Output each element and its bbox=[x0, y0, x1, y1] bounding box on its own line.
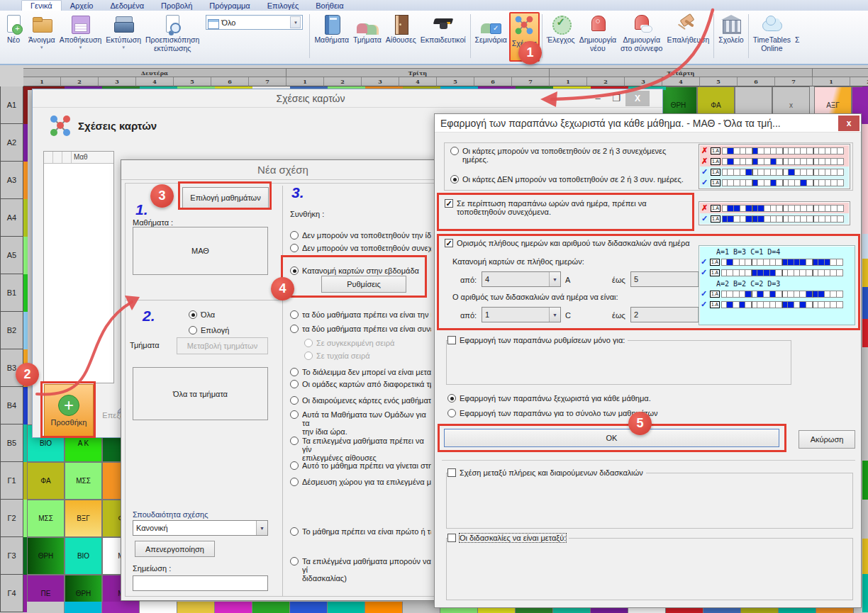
menu-tab-Επιλογές[interactable]: Επιλογές bbox=[259, 1, 308, 11]
cut-item-icon bbox=[795, 13, 799, 35]
toolbar-button-teachers[interactable]: Εκπαιδευτικοί bbox=[418, 12, 468, 62]
condition-radio[interactable]: Οι ομάδες καρτών από διαφορετικά τμ bbox=[290, 380, 435, 388]
condition-radio[interactable]: τα δύο μαθήματα πρέπει να είναι συνεχ bbox=[290, 325, 435, 333]
timetable-cell[interactable]: ΒΞΓ bbox=[65, 500, 102, 537]
cancel-button[interactable]: Ακύρωση bbox=[799, 430, 855, 449]
toolbar-button-generate-new[interactable]: Δημιουργία νέου bbox=[577, 12, 618, 62]
menu-tab-Αρχείο[interactable]: Αρχείο bbox=[62, 1, 102, 11]
disable-button[interactable]: Απενεργοποίηση bbox=[135, 541, 215, 557]
toolbar-button-print[interactable]: Εκτύπωση▼ bbox=[104, 12, 143, 62]
close-button[interactable]: X bbox=[625, 91, 650, 106]
distribution-header-2: A=2 B=2 C=2 D=3 bbox=[699, 278, 855, 288]
condition-radio[interactable]: Τα επιλεγμένα μαθήματα πρέπει να γίνεπιλ… bbox=[290, 437, 435, 462]
define-days-checkbox[interactable]: Ορισμός πλήθους ημερών και αριθμού των δ… bbox=[445, 239, 690, 247]
toolbar-button-classrooms[interactable]: Αίθουσες bbox=[384, 12, 418, 62]
minimize-button[interactable]: – bbox=[589, 93, 607, 103]
apply-only-checkbox[interactable]: Εφαρμογή των παραπάνω ρυθμίσεων μόνο για… bbox=[447, 336, 628, 344]
add-relation-button[interactable]: + Προσθήκη bbox=[44, 384, 94, 437]
condition-radio[interactable]: Αυτά τα Μαθήματα των Ομάδων για τατην ίδ… bbox=[290, 410, 435, 436]
classes-label: Τμήματα bbox=[130, 341, 160, 349]
timetable-cell[interactable]: ΘΡΗ bbox=[27, 537, 65, 575]
tutorial-step-badge-1: 1 bbox=[518, 41, 542, 64]
tag-a-label: A bbox=[565, 276, 570, 284]
toolbar-button-seminars[interactable]: Σεμινάρια bbox=[473, 12, 509, 62]
toolbar-button-cut-item[interactable]: Σ bbox=[793, 12, 802, 62]
condition-radio[interactable]: Σε τυχαία σειρά bbox=[304, 352, 449, 360]
toolbar-button-subjects[interactable]: Μαθήματα bbox=[312, 12, 351, 62]
toolbar-separator bbox=[748, 14, 749, 58]
full-split-checkbox[interactable]: Σχέση μεταξύ πλήρεις και διαιρούμενων δι… bbox=[447, 468, 646, 477]
select-lessons-button[interactable]: Επιλογή μαθημάτων bbox=[182, 187, 269, 208]
cards-can-radio[interactable]: Οι κάρτες μπορούν να τοποθετηθούν σε 2 ή… bbox=[450, 147, 675, 164]
toolbar-button-school[interactable]: Σχολείο bbox=[716, 12, 745, 62]
classes-select-radio[interactable]: Επιλογή bbox=[189, 326, 229, 334]
chevron-down-icon: ▼ bbox=[549, 272, 560, 286]
menu-tab-Δεδομένα[interactable]: Δεδομένα bbox=[101, 1, 152, 11]
dialog2-titlebar[interactable]: Εφαρμογή των παραπάνω ξεχωριστά για κάθε… bbox=[435, 114, 861, 133]
chevron-down-icon[interactable]: ▼ bbox=[40, 45, 44, 50]
menu-tab-Πρόγραμμα[interactable]: Πρόγραμμα bbox=[201, 1, 258, 11]
condition-radio[interactable]: Αυτό το μάθημα πρέπει να γίνεται στην bbox=[290, 461, 435, 470]
classes-value-box[interactable]: Όλα τα τμήματα bbox=[133, 367, 268, 420]
chevron-down-icon[interactable]: ▼ bbox=[78, 45, 82, 50]
condition-radio[interactable]: Δεν μπορούν να τοποθετηθούν συνεχό bbox=[290, 244, 435, 252]
cards-cannot-radio[interactable]: Οι κάρτες ΔΕΝ μπορούν να τοποθετηθούν σε… bbox=[450, 175, 684, 184]
apply-each-radio[interactable]: Εφαρμογή των παραπάνω ξεχωριστά για κάθε… bbox=[447, 394, 651, 403]
toolbar-label: Άνοιγμα bbox=[28, 36, 55, 45]
condition-radio[interactable]: τα δύο μαθήματα πρέπει να είναι την ίδ bbox=[290, 310, 435, 319]
toolbar-button-print-preview[interactable]: Προεπισκόπηση εκτύπωσης bbox=[143, 12, 201, 62]
change-classes-button[interactable]: Μεταβολή τμημάτων bbox=[177, 337, 268, 354]
timetable-cell[interactable]: ΜΣΣ bbox=[65, 462, 102, 500]
dialog-header-title: Σχέσεις καρτών bbox=[78, 120, 157, 132]
view-selector-combo[interactable]: Όλο▼ bbox=[206, 15, 303, 30]
row-color-strip bbox=[23, 312, 28, 349]
toolbar-button-check[interactable]: Έλεγχος bbox=[545, 12, 577, 62]
cell-color-sliver bbox=[862, 461, 868, 500]
condition-radio[interactable]: Το διάλειμμα δεν μπορεί να είναι μεταξύ bbox=[290, 368, 435, 376]
view-selector-value: Όλο bbox=[219, 18, 290, 27]
toolbar-button-open[interactable]: Άνοιγμα▼ bbox=[26, 12, 57, 62]
importance-combo[interactable]: Κανονική▼ bbox=[133, 520, 268, 536]
toolbar-button-verification[interactable]: Επαλήθευση bbox=[664, 12, 711, 62]
chevron-down-icon[interactable]: ▼ bbox=[290, 16, 301, 28]
cell-color-sliver bbox=[862, 124, 868, 234]
timetable-cell[interactable]: ΦΑ bbox=[27, 462, 65, 500]
dialog-titlebar[interactable]: Σχέσεις καρτών – ❐ X bbox=[33, 89, 662, 108]
menu-tab-Γενικά[interactable]: Γενικά bbox=[21, 0, 62, 11]
condition-radio[interactable]: Το μάθημα πρέπει να είναι πρώτο ή τελε bbox=[290, 527, 435, 536]
period-header: 1 bbox=[813, 77, 850, 86]
condition-radio[interactable]: Σε συγκεκριμένη σειρά bbox=[304, 339, 449, 347]
condition-radio[interactable]: Δέσμευση χώρου για τα επιλεγμένα μα bbox=[290, 478, 435, 486]
classrooms-icon bbox=[390, 13, 411, 35]
from-lessons-combo[interactable]: 1▼ bbox=[482, 307, 561, 322]
period-header: 2 bbox=[324, 77, 362, 86]
relations-list[interactable]: Μαθ bbox=[43, 151, 114, 383]
consecutive-checkbox[interactable]: Σε περίπτωση παραπάνω ωρών ανά ημέρα, πρ… bbox=[445, 199, 677, 216]
timetable-cell[interactable]: ΒΙΟ bbox=[65, 537, 102, 575]
settings-button[interactable]: Ρυθμίσεις bbox=[321, 276, 406, 293]
condition-radio[interactable]: Τα επιλέγμένα μαθήματα μπορούν να γίδιδα… bbox=[290, 557, 435, 583]
ok-button[interactable]: OK bbox=[444, 429, 779, 447]
condition-radio[interactable]: Δεν μπορούν να τοποθετηθούν την ίδια bbox=[290, 231, 435, 240]
menu-tab-Βοήθεια[interactable]: Βοήθεια bbox=[307, 1, 352, 11]
toolbar-button-generate-cloud[interactable]: Δημιουργία στο σύννεφο bbox=[618, 12, 664, 62]
toolbar-button-new[interactable]: Νέο bbox=[1, 12, 26, 62]
day-header: Δευτέρα bbox=[23, 68, 286, 77]
classes-all-radio[interactable]: Όλα bbox=[189, 310, 215, 319]
timetable-cell[interactable]: ΜΣΣ bbox=[27, 500, 65, 537]
close-icon[interactable]: x bbox=[838, 116, 859, 131]
condition-radio[interactable]: Οι διαιρούμενες κάρτες ενός μαθήματο bbox=[290, 396, 435, 405]
lessons-value-box[interactable]: ΜΑΘ bbox=[133, 227, 268, 275]
maximize-button[interactable]: ❐ bbox=[607, 93, 625, 103]
toolbar-button-classes[interactable]: Τμήματα bbox=[351, 12, 384, 62]
chevron-down-icon[interactable]: ▼ bbox=[121, 45, 126, 50]
toolbar-button-save[interactable]: Αποθήκευση▼ bbox=[57, 12, 104, 62]
apply-all-radio[interactable]: Εφαρμογή των παραπάνω για το σύνολο των … bbox=[447, 409, 658, 417]
note-input[interactable] bbox=[133, 575, 268, 591]
between-checkbox[interactable]: Οι διδασκαλίες να είναι μεταξύ: bbox=[447, 534, 569, 542]
toolbar-button-timetables-online[interactable]: TimeTables Online bbox=[751, 12, 793, 62]
menu-tab-Προβολή[interactable]: Προβολή bbox=[152, 1, 201, 11]
condition-radio[interactable]: Κατανομή καρτών στην εβδομάδα bbox=[290, 266, 435, 275]
from-days-combo[interactable]: 4▼ bbox=[482, 271, 561, 287]
table-icon bbox=[208, 16, 219, 29]
